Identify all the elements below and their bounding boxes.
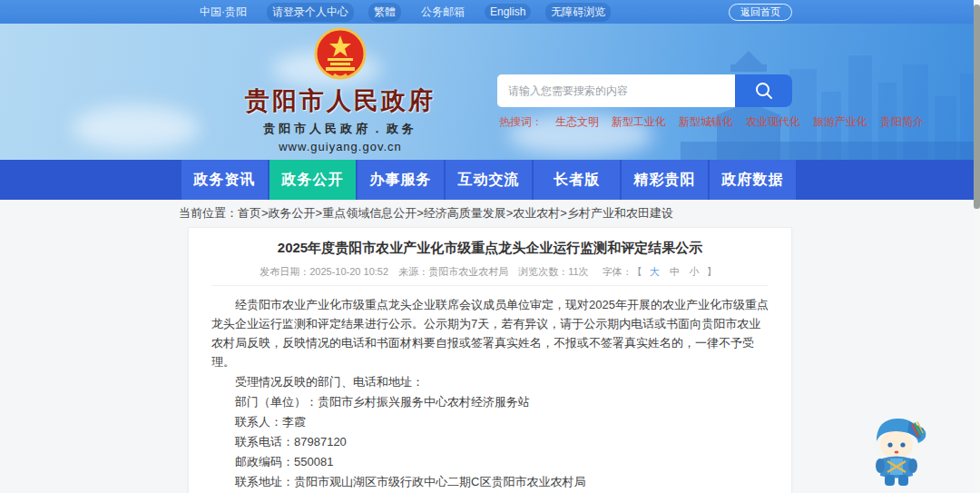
article-paragraph: 联系地址：贵阳市观山湖区市级行政中心二期C区贵阳市农业农村局 — [211, 472, 769, 491]
top-utility-bar: 中国·贵阳请登录个人中心繁體公务邮箱English无障碍浏览 返回首页 — [0, 0, 980, 24]
article-source: 来源：贵阳市农业农村局 — [398, 266, 508, 277]
topbar-item[interactable]: 繁體 — [368, 3, 401, 22]
meta-divider — [211, 285, 769, 286]
scrollbar-track[interactable] — [974, 0, 980, 493]
article-paragraph: 联系电话：87987120 — [211, 432, 769, 451]
article-meta: 发布日期：2025-10-20 10:52 来源：贵阳市农业农村局 浏览次数：1… — [211, 265, 769, 279]
search-input[interactable] — [497, 74, 735, 107]
topbar-item[interactable]: 无障碍浏览 — [545, 3, 611, 22]
nav-item-政务公开[interactable]: 政务公开 — [270, 160, 356, 200]
topbar-items: 中国·贵阳请登录个人中心繁體公务邮箱English无障碍浏览 — [194, 3, 611, 22]
nav-item-长者版[interactable]: 长者版 — [534, 160, 620, 200]
article-paragraph: 联系人：李霞 — [211, 412, 769, 431]
nav-items: 政务资讯政务公开办事服务互动交流长者版精彩贵阳政府数据 — [181, 160, 796, 200]
topbar-item[interactable]: 中国·贵阳 — [194, 3, 252, 22]
article-body: 经贵阳市农业产业化市级重点龙头企业联席会议成员单位审定，现对2025年开展的农业… — [211, 295, 769, 491]
hot-search-word[interactable]: 生态文明 — [555, 114, 599, 130]
scrollbar-thumb[interactable] — [974, 5, 980, 209]
nav-item-互动交流[interactable]: 互动交流 — [446, 160, 532, 200]
return-home-button[interactable]: 返回首页 — [729, 4, 792, 21]
breadcrumb: 当前位置：首页>政务公开>重点领域信息公开>经济高质量发展>农业农村>乡村产业和… — [179, 200, 673, 227]
breadcrumb-path[interactable]: 首页>政务公开>重点领域信息公开>经济高质量发展>农业农村>乡村产业和农田建设 — [238, 206, 673, 220]
site-title: 贵阳市人民政府 — [195, 84, 485, 117]
site-logo-block: 贵阳市人民政府 贵阳市人民政府．政务 www.guiyang.gov.cn — [195, 27, 485, 153]
cloud-decoration — [73, 105, 200, 151]
font-size-large[interactable]: 大 — [650, 266, 660, 277]
font-size-control: 字体：【大 中 小】 — [599, 266, 720, 277]
font-size-medium[interactable]: 中 — [670, 266, 680, 277]
font-size-label: 字体：【 — [603, 266, 642, 277]
topbar-item[interactable]: English — [485, 4, 531, 20]
hot-search-word[interactable]: 新型城镇化 — [679, 114, 733, 130]
main-nav: 政务资讯政务公开办事服务互动交流长者版精彩贵阳政府数据 — [0, 160, 980, 200]
site-header: 贵阳市人民政府 贵阳市人民政府．政务 www.guiyang.gov.cn 热搜… — [0, 24, 980, 160]
font-size-bracket: 】 — [707, 266, 717, 277]
site-url: www.guiyang.gov.cn — [195, 140, 485, 153]
view-count: 浏览次数：11次 — [518, 266, 588, 277]
nav-item-精彩贵阳[interactable]: 精彩贵阳 — [622, 160, 708, 200]
breadcrumb-label: 当前位置： — [179, 206, 238, 220]
article-title: 2025年度贵阳市农业产业化市级重点龙头企业运行监测和评定结果公示 — [211, 240, 769, 257]
article-paragraph: 受理情况反映的部门、电话和地址： — [211, 372, 769, 391]
nav-item-政府数据[interactable]: 政府数据 — [710, 160, 796, 200]
nav-item-政务资讯[interactable]: 政务资讯 — [181, 160, 268, 200]
topbar-item[interactable]: 请登录个人中心 — [267, 3, 354, 22]
article-paragraph: 经贵阳市农业产业化市级重点龙头企业联席会议成员单位审定，现对2025年开展的农业… — [211, 295, 769, 371]
hot-search-word[interactable]: 贵阳简介 — [880, 114, 924, 130]
national-emblem-icon — [314, 27, 367, 84]
hot-search-label: 热搜词： — [499, 114, 543, 130]
hot-search-word[interactable]: 新型工业化 — [612, 114, 666, 130]
hot-search-word[interactable]: 农业现代化 — [746, 114, 800, 130]
publish-date: 发布日期：2025-10-20 10:52 — [260, 266, 388, 277]
font-size-small[interactable]: 小 — [690, 266, 700, 277]
mascot-assistant[interactable] — [860, 410, 933, 492]
hot-search-words: 热搜词： 生态文明新型工业化新型城镇化农业现代化旅游产业化贵阳简介 — [499, 114, 924, 130]
search-button[interactable] — [735, 74, 792, 107]
article-paragraph: 部门（单位）：贵阳市乡村振兴服务中心农村经济服务站 — [211, 392, 769, 411]
article-card: 2025年度贵阳市农业产业化市级重点龙头企业运行监测和评定结果公示 发布日期：2… — [188, 227, 792, 493]
site-subtitle: 贵阳市人民政府．政务 — [195, 121, 485, 137]
search-icon — [754, 81, 774, 101]
search-bar — [497, 74, 792, 107]
nav-item-办事服务[interactable]: 办事服务 — [358, 160, 444, 200]
page: 中国·贵阳请登录个人中心繁體公务邮箱English无障碍浏览 返回首页 — [0, 0, 980, 493]
topbar-item[interactable]: 公务邮箱 — [416, 3, 470, 22]
hot-search-word[interactable]: 旅游产业化 — [813, 114, 867, 130]
article-paragraph: 邮政编码：550081 — [211, 452, 769, 471]
